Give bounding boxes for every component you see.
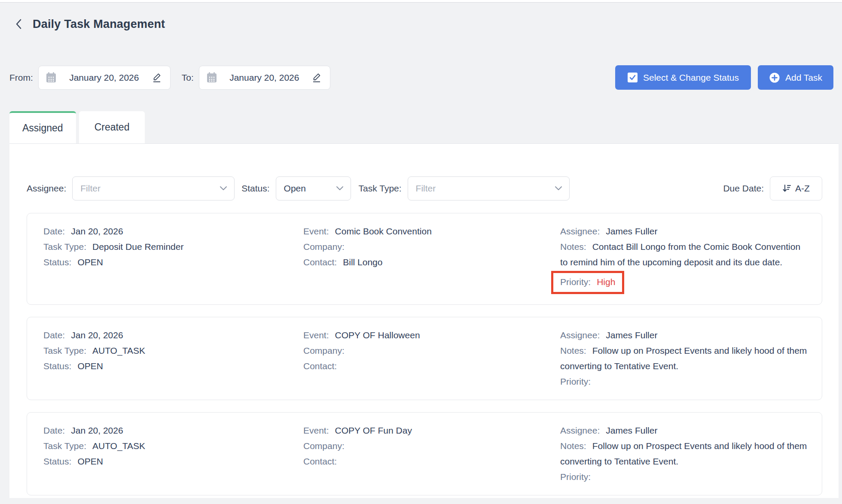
status-value: OPEN — [77, 257, 103, 267]
task-date-row: Date:Jan 20, 2026 — [43, 423, 303, 438]
task-card-col-middle: Event:Comic Book Convention Company: Con… — [303, 224, 560, 294]
contact-label: Contact: — [303, 456, 337, 466]
select-change-status-label: Select & Change Status — [643, 73, 739, 83]
date-value: Jan 20, 2026 — [71, 425, 123, 435]
event-label: Event: — [303, 226, 329, 236]
tab-assigned[interactable]: Assigned — [9, 111, 76, 143]
task-contact-row: Contact:Bill Longo — [303, 255, 560, 270]
assignee-value: James Fuller — [606, 425, 657, 435]
event-label: Event: — [303, 330, 329, 340]
calendar-icon — [206, 72, 217, 84]
status-filter-select[interactable]: Open — [276, 176, 351, 200]
notes-label: Notes: — [560, 242, 586, 252]
task-status-row: Status:OPEN — [43, 454, 303, 469]
task-card[interactable]: Date:Jan 20, 2026 Task Type:Deposit Due … — [27, 213, 822, 305]
from-date-value: January 20, 2026 — [64, 73, 145, 83]
priority-label: Priority: — [560, 376, 591, 386]
edit-pencil-icon[interactable] — [152, 72, 162, 83]
task-type-value: AUTO_TASK — [92, 441, 145, 451]
task-type-filter-label: Task Type: — [359, 183, 402, 194]
assignee-label: Assignee: — [560, 330, 600, 340]
add-task-button[interactable]: Add Task — [758, 65, 833, 90]
toolbar: From: January 20, 2026 To: January 20, 2… — [9, 65, 833, 90]
due-date-sort-button[interactable]: A-Z — [770, 176, 822, 200]
date-value: Jan 20, 2026 — [71, 330, 123, 340]
task-notes-row: Notes:Contact Bill Longo from the Comic … — [560, 239, 807, 270]
task-type-label: Task Type: — [43, 346, 86, 355]
date-value: Jan 20, 2026 — [71, 226, 123, 236]
chevron-down-icon — [555, 186, 562, 191]
assignee-label: Assignee: — [560, 425, 600, 435]
assignee-filter-select[interactable]: Filter — [72, 176, 235, 200]
task-assignee-row: Assignee:James Fuller — [560, 224, 810, 239]
assignee-value: James Fuller — [606, 226, 657, 236]
date-label: Date: — [43, 226, 65, 236]
tab-assigned-label: Assigned — [22, 122, 63, 134]
due-date-label: Due Date: — [723, 183, 764, 194]
status-label: Status: — [43, 361, 71, 371]
to-label: To: — [182, 73, 194, 83]
sort-descending-icon — [782, 184, 792, 193]
task-card-col-right: Assignee:James Fuller Notes:Follow up on… — [560, 423, 810, 485]
task-type-row: Task Type:Deposit Due Reminder — [43, 239, 303, 255]
task-type-value: AUTO_TASK — [92, 346, 145, 355]
edit-pencil-icon[interactable] — [311, 72, 322, 83]
task-card-col-right: Assignee:James Fuller Notes:Contact Bill… — [560, 224, 810, 294]
task-assignee-row: Assignee:James Fuller — [560, 423, 810, 438]
notes-value: Contact Bill Longo from the Comic Book C… — [560, 242, 800, 267]
date-label: Date: — [43, 330, 65, 340]
task-company-row: Company: — [303, 343, 560, 358]
to-date-picker[interactable]: January 20, 2026 — [199, 66, 330, 90]
notes-label: Notes: — [560, 346, 586, 355]
event-value: COPY OF Halloween — [335, 330, 420, 340]
task-company-row: Company: — [303, 438, 560, 454]
task-notes-row: Notes:Follow up on Prospect Events and l… — [560, 438, 807, 469]
contact-label: Contact: — [303, 361, 337, 371]
status-label: Status: — [43, 257, 71, 267]
task-card[interactable]: Date:Jan 20, 2026 Task Type:AUTO_TASK St… — [27, 317, 822, 400]
chevron-down-icon — [220, 186, 227, 191]
assignee-label: Assignee: — [560, 226, 600, 236]
task-card-col-middle: Event:COPY OF Fun Day Company: Contact: — [303, 423, 560, 485]
task-date-row: Date:Jan 20, 2026 — [43, 328, 303, 343]
assignee-filter-label: Assignee: — [27, 183, 66, 194]
from-date-picker[interactable]: January 20, 2026 — [38, 66, 171, 90]
task-assignee-row: Assignee:James Fuller — [560, 328, 810, 343]
tab-created[interactable]: Created — [79, 111, 145, 143]
status-label: Status: — [43, 456, 71, 466]
back-button[interactable] — [13, 18, 24, 30]
priority-label: Priority: — [560, 277, 591, 287]
task-card-col-left: Date:Jan 20, 2026 Task Type:AUTO_TASK St… — [43, 423, 303, 485]
to-date-value: January 20, 2026 — [224, 73, 305, 83]
date-label: Date: — [43, 425, 65, 435]
plus-circle-icon — [769, 72, 780, 83]
tab-bar: Assigned Created — [9, 111, 842, 143]
filter-row: Assignee: Filter Status: Open Task Type:… — [27, 144, 822, 200]
contact-label: Contact: — [303, 257, 337, 267]
task-card[interactable]: Date:Jan 20, 2026 Task Type:AUTO_TASK St… — [27, 412, 822, 495]
task-type-filter-placeholder: Filter — [416, 183, 555, 194]
calendar-icon — [46, 72, 57, 84]
task-type-label: Task Type: — [43, 441, 86, 451]
task-type-label: Task Type: — [43, 242, 86, 252]
status-value: OPEN — [77, 361, 103, 371]
task-company-row: Company: — [303, 239, 560, 255]
notes-value: Follow up on Prospect Events and likely … — [560, 441, 807, 466]
sort-button-label: A-Z — [795, 183, 810, 194]
select-change-status-button[interactable]: Select & Change Status — [615, 65, 751, 90]
task-notes-row: Notes:Follow up on Prospect Events and l… — [560, 343, 807, 374]
top-divider — [0, 0, 842, 3]
status-filter-label: Status: — [241, 183, 269, 194]
task-type-value: Deposit Due Reminder — [92, 242, 183, 252]
chevron-down-icon — [336, 186, 344, 191]
task-contact-row: Contact: — [303, 454, 560, 469]
task-event-row: Event:COPY OF Halloween — [303, 328, 560, 343]
task-type-filter-select[interactable]: Filter — [408, 176, 570, 200]
task-card-col-right: Assignee:James Fuller Notes:Follow up on… — [560, 328, 810, 389]
task-priority-row-highlighted: Priority:High — [551, 271, 624, 294]
task-status-row: Status:OPEN — [43, 255, 303, 270]
assignee-value: James Fuller — [606, 330, 657, 340]
page-title: Daily Task Management — [33, 18, 165, 31]
chevron-left-icon — [15, 18, 22, 30]
task-type-row: Task Type:AUTO_TASK — [43, 343, 303, 358]
